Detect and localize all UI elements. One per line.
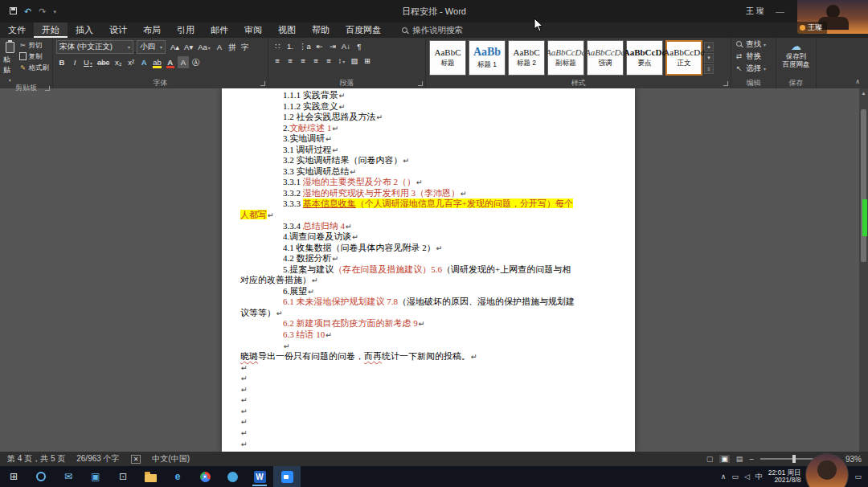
tab-review[interactable]: 审阅 xyxy=(236,23,270,38)
doc-line[interactable]: 议等等）↵ xyxy=(240,308,619,319)
page[interactable]: 1.1.1 实践背景↵1.1.2 实践意义↵1.2 社会实践思路及方法↵2.文献… xyxy=(222,88,635,452)
doc-line[interactable]: 3.1 调研过程↵ xyxy=(240,145,619,156)
chrome-icon[interactable] xyxy=(191,466,219,487)
numbering-button[interactable]: 1. xyxy=(285,40,296,52)
tab-file[interactable]: 文件 xyxy=(0,23,34,38)
decrease-indent-button[interactable]: ⇤ xyxy=(314,40,326,52)
doc-line[interactable]: ↵ xyxy=(240,439,619,450)
doc-line[interactable]: ↵ xyxy=(240,416,619,428)
volume-icon[interactable]: ◁ xyxy=(744,473,750,481)
scroll-up-icon[interactable]: ▲ xyxy=(859,88,868,98)
bullets-button[interactable]: ∷ xyxy=(272,40,283,52)
doc-line[interactable]: 对应的改善措施）↵ xyxy=(240,275,619,286)
sort-button[interactable]: A↓ xyxy=(340,40,352,52)
doc-line[interactable]: 3.3 实地调研总结↵ xyxy=(240,166,619,178)
find-button[interactable]: 查找▾ xyxy=(735,39,772,50)
clipboard-dialog-launcher[interactable] xyxy=(45,86,50,91)
doc-line[interactable]: 3.3.2 湿地的研究现状与开发利用 3（李沛恩）↵ xyxy=(240,188,619,199)
read-mode-icon[interactable]: ▢ xyxy=(706,455,714,463)
doc-line[interactable]: 1.1.1 实践背景↵ xyxy=(240,90,619,101)
styles-scroll-down-icon[interactable]: ▼ xyxy=(704,53,714,63)
styles-gallery-more-icon[interactable]: ≡ xyxy=(704,64,714,74)
underline-button[interactable]: U▾ xyxy=(82,56,94,68)
zoom-slider-thumb[interactable] xyxy=(792,455,796,463)
style-item[interactable]: AaBbCcDd正文 xyxy=(665,40,702,76)
styles-scroll-up-icon[interactable]: ▲ xyxy=(704,42,714,51)
doc-line[interactable]: ↵ xyxy=(240,362,619,374)
styles-dialog-launcher[interactable] xyxy=(723,81,728,86)
doc-line[interactable]: 人都写↵ xyxy=(240,210,619,221)
tab-references[interactable]: 引用 xyxy=(169,23,203,38)
minimize-icon[interactable]: — xyxy=(776,7,784,16)
show-formatting-marks-button[interactable]: ¶ xyxy=(354,40,365,52)
style-item[interactable]: AaBbCcDc要点 xyxy=(626,40,663,76)
doc-line[interactable]: 6.展望↵ xyxy=(240,286,619,297)
print-layout-icon[interactable]: ▣ xyxy=(719,455,730,463)
scrollbar-thumb[interactable] xyxy=(861,109,866,262)
doc-line[interactable]: ↵ xyxy=(240,395,619,406)
change-case-button[interactable]: Aa▾ xyxy=(196,41,212,53)
tab-mailings[interactable]: 邮件 xyxy=(203,23,236,38)
vertical-scrollbar[interactable]: ▲ xyxy=(859,88,868,452)
bold-button[interactable]: B xyxy=(56,56,68,68)
doc-line[interactable]: ↵ xyxy=(240,384,619,395)
doc-line[interactable]: 6.3 结语 10↵ xyxy=(240,329,619,341)
tab-view[interactable]: 视图 xyxy=(270,23,304,38)
character-shading-button[interactable]: A xyxy=(178,56,189,68)
proofing-error-icon[interactable]: ✕ xyxy=(131,455,141,464)
doc-line[interactable]: 3.2 实地调研结果（问卷内容）↵ xyxy=(240,155,619,166)
text-highlight-button[interactable]: ab xyxy=(151,56,163,68)
grow-font-button[interactable]: A▴ xyxy=(169,41,181,53)
word-icon[interactable]: W xyxy=(246,466,273,487)
start-button[interactable]: ⊞ xyxy=(0,466,27,487)
copy-button[interactable]: 复制 xyxy=(19,51,50,62)
doc-line[interactable]: ↵ xyxy=(240,341,619,352)
enclose-characters-button[interactable]: Ⓐ xyxy=(190,56,202,68)
store-icon[interactable]: ⊡ xyxy=(109,466,137,487)
multilevel-list-button[interactable]: ⋮a xyxy=(297,40,313,52)
doc-line[interactable]: 3.3.4 总结归纳 4↵ xyxy=(240,221,619,232)
format-painter-button[interactable]: ✎ 格式刷 xyxy=(19,63,50,73)
undo-icon[interactable]: ↶ xyxy=(24,7,31,16)
tab-help[interactable]: 帮助 xyxy=(304,23,338,38)
edge-icon[interactable]: e xyxy=(164,466,191,487)
save-to-baidu-button[interactable]: ☁ 保存到 百度网盘 xyxy=(783,40,810,77)
account-name[interactable]: 王 璨 xyxy=(746,6,764,17)
doc-line[interactable]: 1.2 社会实践思路及方法↵ xyxy=(240,112,619,123)
doc-line[interactable]: 4.1 收集数据（问卷具体内容见附录 2）↵ xyxy=(240,243,619,254)
line-spacing-button[interactable]: ↕▾ xyxy=(336,55,347,67)
tell-me-search[interactable]: 操作说明搜索 xyxy=(402,23,463,38)
cortana-icon[interactable] xyxy=(27,466,55,487)
distribute-button[interactable]: ≡ xyxy=(323,55,334,67)
tab-layout[interactable]: 布局 xyxy=(135,23,169,38)
photos-icon[interactable]: ▣ xyxy=(82,466,109,487)
doc-line[interactable]: ↵ xyxy=(240,428,619,439)
align-center-button[interactable]: ≡ xyxy=(285,55,296,67)
tab-home[interactable]: 开始 xyxy=(34,23,68,38)
language-indicator[interactable]: 中文(中国) xyxy=(152,453,190,464)
tencent-meeting-icon[interactable] xyxy=(273,466,301,487)
web-layout-icon[interactable]: ▤ xyxy=(736,455,743,463)
ime-mode-indicator[interactable]: 中 xyxy=(755,472,763,482)
increase-indent-button[interactable]: ⇥ xyxy=(327,40,338,52)
redo-icon[interactable]: ↷ xyxy=(39,7,46,16)
align-right-button[interactable]: ≡ xyxy=(297,55,309,67)
action-center-icon[interactable]: ▭ xyxy=(854,473,862,481)
doc-line[interactable]: 6.2 新建项目在防疫方面的新考虑 9↵ xyxy=(240,318,619,329)
clear-formatting-button[interactable]: A xyxy=(214,41,225,53)
borders-button[interactable]: ⊞ xyxy=(362,55,373,67)
doc-line[interactable]: 4.2 数据分析↵ xyxy=(240,253,619,264)
cut-button[interactable]: ✂ 剪切 xyxy=(19,40,50,51)
shrink-font-button[interactable]: A▾ xyxy=(182,41,194,53)
style-item[interactable]: AaBbC标题 xyxy=(429,40,466,76)
superscript-button[interactable]: x² xyxy=(125,56,137,68)
font-size-select[interactable]: 小四 ▾ xyxy=(137,40,166,54)
tab-insert[interactable]: 插入 xyxy=(68,23,101,38)
save-icon[interactable] xyxy=(10,7,17,16)
replace-button[interactable]: ⇄替换 xyxy=(735,51,772,62)
align-left-button[interactable]: ≡ xyxy=(272,55,283,67)
doc-line[interactable]: 3.3.1 湿地的主要类型及分布 2（）↵ xyxy=(240,177,619,188)
doc-line[interactable]: 3.实地调研↵ xyxy=(240,133,619,145)
tab-design[interactable]: 设计 xyxy=(101,23,135,38)
doc-line[interactable]: 6.1 未来湿地保护规划建议 7.8（湿地破坏的原因、湿地的保护措施与规划建 xyxy=(240,297,619,308)
